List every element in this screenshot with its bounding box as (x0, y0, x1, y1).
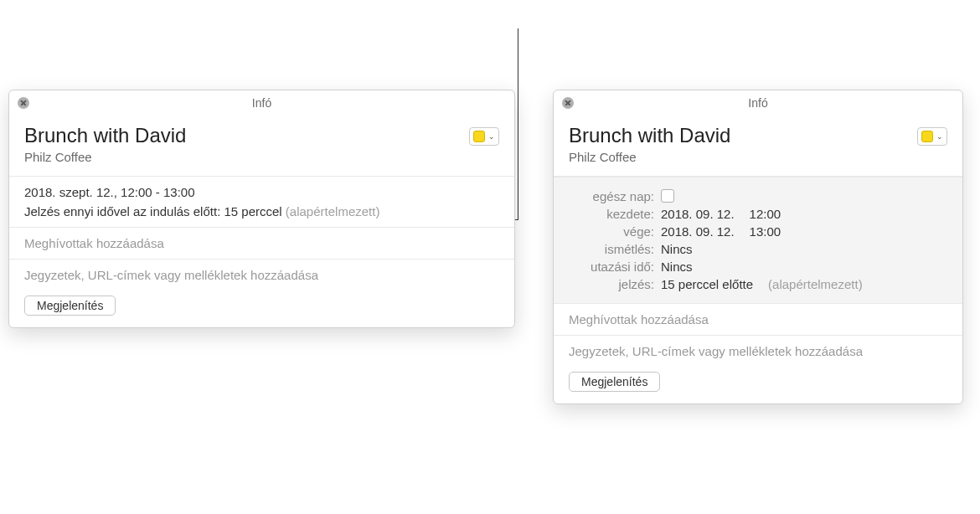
start-time[interactable]: 12:00 (750, 207, 781, 221)
invitees-section[interactable]: Meghívottak hozzáadása (554, 304, 962, 336)
invitees-section[interactable]: Meghívottak hozzáadása (9, 228, 514, 260)
titlebar: Infó (9, 90, 514, 116)
event-info-panel-expanded: Infó Brunch with David Philz Coffee ⌄ eg… (553, 90, 963, 404)
chevron-down-icon: ⌄ (936, 132, 943, 141)
event-header: Brunch with David Philz Coffee ⌄ (554, 116, 962, 177)
notes-section[interactable]: Jegyzetek, URL-címek vagy mellékletek ho… (554, 336, 962, 367)
alert-row: jelzés: 15 perccel előtte (alapértelmeze… (569, 277, 947, 291)
alert-label: jelzés: (569, 277, 661, 291)
event-title[interactable]: Brunch with David (569, 124, 730, 148)
event-info-panel-collapsed: Infó Brunch with David Philz Coffee ⌄ 20… (8, 90, 515, 328)
event-details-grid: egész nap: kezdete: 2018. 09. 12. 12:00 … (554, 177, 962, 304)
close-button[interactable] (562, 97, 574, 109)
event-title[interactable]: Brunch with David (24, 124, 186, 148)
ends-row: vége: 2018. 09. 12. 13:00 (569, 224, 947, 239)
alert-value[interactable]: 15 perccel előtte (661, 277, 753, 291)
alert-text: Jelzés ennyi idővel az indulás előtt: 15… (24, 204, 282, 218)
close-button[interactable] (18, 97, 29, 109)
all-day-label: egész nap: (569, 189, 661, 203)
all-day-row: egész nap: (569, 189, 947, 203)
calendar-color-swatch (473, 131, 485, 142)
end-time[interactable]: 13:00 (750, 224, 781, 239)
repeat-value[interactable]: Nincs (661, 242, 693, 256)
travel-label: utazási idő: (569, 260, 661, 274)
notes-section[interactable]: Jegyzetek, URL-címek vagy mellékletek ho… (9, 260, 514, 290)
titlebar: Infó (554, 90, 962, 116)
invitees-placeholder: Meghívottak hozzáadása (569, 312, 709, 326)
all-day-checkbox[interactable] (661, 189, 674, 203)
travel-row: utazási idő: Nincs (569, 260, 947, 274)
end-date[interactable]: 2018. 09. 12. (661, 224, 735, 239)
starts-label: kezdete: (569, 207, 661, 221)
start-date[interactable]: 2018. 09. 12. (661, 207, 735, 221)
show-button[interactable]: Megjelenítés (569, 372, 660, 392)
event-alert: Jelzés ennyi idővel az indulás előtt: 15… (24, 204, 499, 218)
notes-placeholder: Jegyzetek, URL-címek vagy mellékletek ho… (24, 268, 318, 282)
calendar-picker[interactable]: ⌄ (917, 127, 947, 146)
callout-connector (518, 28, 518, 219)
event-location[interactable]: Philz Coffee (24, 150, 186, 164)
event-time-range: 2018. szept. 12., 12:00 - 13:00 (24, 185, 499, 199)
notes-placeholder: Jegyzetek, URL-címek vagy mellékletek ho… (569, 344, 863, 358)
event-header: Brunch with David Philz Coffee ⌄ (9, 116, 514, 177)
chevron-down-icon: ⌄ (488, 132, 495, 141)
ends-label: vége: (569, 224, 661, 239)
travel-value[interactable]: Nincs (661, 260, 693, 274)
alert-default-label: (alapértelmezett) (768, 277, 863, 291)
calendar-picker[interactable]: ⌄ (469, 127, 499, 146)
starts-row: kezdete: 2018. 09. 12. 12:00 (569, 207, 947, 221)
repeat-label: ismétlés: (569, 242, 661, 256)
window-title: Infó (9, 96, 514, 110)
event-location[interactable]: Philz Coffee (569, 150, 730, 164)
alert-default-label: (alapértelmezett) (286, 204, 380, 218)
invitees-placeholder: Meghívottak hozzáadása (24, 236, 164, 250)
time-section[interactable]: 2018. szept. 12., 12:00 - 13:00 Jelzés e… (9, 177, 514, 228)
show-button[interactable]: Megjelenítés (24, 296, 116, 316)
repeat-row: ismétlés: Nincs (569, 242, 947, 256)
window-title: Infó (554, 96, 962, 110)
calendar-color-swatch (921, 131, 933, 142)
